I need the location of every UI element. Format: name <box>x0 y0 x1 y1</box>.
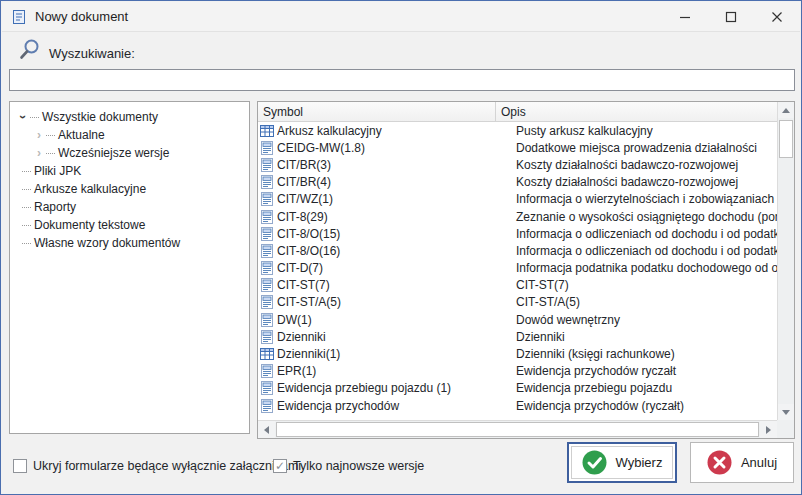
row-symbol: CIT/BR(4) <box>277 175 506 189</box>
row-symbol: CIT-ST(7) <box>277 278 506 292</box>
row-opis: Informacja o odliczeniach od dochodu i o… <box>506 227 777 241</box>
form-icon <box>260 330 274 344</box>
select-button-label: Wybierz <box>616 455 663 470</box>
tree-connector <box>22 225 31 226</box>
tree-connector <box>46 153 55 154</box>
arrow-up-icon <box>782 108 790 113</box>
table-row[interactable]: Dzienniki(1) Dzienniki (księgi rachunkow… <box>258 345 777 362</box>
table-row[interactable]: CIT-8(29) Zeznanie o wysokości osiągnięt… <box>258 208 777 225</box>
newest-versions-checkbox-row[interactable]: ✓ Tylko najnowsze wersje <box>273 459 424 473</box>
tree-connector <box>22 171 31 172</box>
newest-versions-label: Tylko najnowsze wersje <box>293 459 424 473</box>
tree-item[interactable]: › Raporty <box>10 198 249 216</box>
scroll-right-button[interactable] <box>760 421 777 438</box>
tree-item-label: Arkusze kalkulacyjne <box>34 182 146 196</box>
row-symbol: Ewidencja przychodów <box>277 399 506 413</box>
table-row[interactable]: CIT-8/O(15) Informacja o odliczeniach od… <box>258 225 777 242</box>
arrow-left-icon <box>264 426 269 434</box>
table-row[interactable]: CIT-ST/A(5) CIT-ST/A(5) <box>258 294 777 311</box>
tree-item-label: Wszystkie dokumenty <box>42 110 158 124</box>
scroll-left-button[interactable] <box>258 421 275 438</box>
form-icon <box>260 313 274 327</box>
cancel-button-label: Anuluj <box>741 455 777 470</box>
search-input[interactable] <box>9 69 795 91</box>
horizontal-scrollbar[interactable] <box>258 420 777 438</box>
close-icon <box>771 11 783 23</box>
tree-item[interactable]: › Pliki JPK <box>10 162 249 180</box>
form-icon <box>260 278 274 292</box>
chevron-icon[interactable]: › <box>18 112 28 122</box>
list-body: Arkusz kalkulacyjny Pusty arkusz kalkula… <box>258 122 777 420</box>
document-icon <box>11 9 27 25</box>
row-symbol: Dzienniki(1) <box>277 347 506 361</box>
form-icon <box>260 192 274 206</box>
tree-item-label: Aktualne <box>58 128 105 142</box>
table-row[interactable]: EPR(1) Ewidencja przychodów ryczałt <box>258 363 777 380</box>
horizontal-scroll-thumb[interactable] <box>276 422 759 437</box>
form-icon <box>260 141 274 155</box>
vertical-scroll-thumb[interactable] <box>779 120 793 158</box>
x-circle-icon <box>707 450 732 475</box>
table-row[interactable]: Ewidencja przebiegu pojazdu (1) Ewidencj… <box>258 380 777 397</box>
table-row[interactable]: CIT/BR(4) Koszty działalności badawczo-r… <box>258 174 777 191</box>
select-button[interactable]: Wybierz <box>567 442 677 483</box>
chevron-icon[interactable]: › <box>34 130 44 140</box>
hide-attachments-checkbox[interactable]: ✓ <box>13 459 27 473</box>
row-opis: Ewidencja przychodów ryczałt <box>506 364 777 378</box>
row-symbol: CIT-8(29) <box>277 210 506 224</box>
vertical-scroll-track[interactable] <box>778 118 794 404</box>
tree-item[interactable]: › Wcześniejsze wersje <box>10 144 249 162</box>
row-opis: Informacja o wierzytelnościach i zobowią… <box>506 192 777 206</box>
minimize-button[interactable] <box>662 2 708 32</box>
row-symbol: DW(1) <box>277 313 506 327</box>
title-bar[interactable]: Nowy dokument <box>2 2 800 32</box>
table-row[interactable]: CIT-8/O(16) Informacja o odliczeniach od… <box>258 242 777 259</box>
form-icon <box>260 175 274 189</box>
scroll-down-button[interactable] <box>778 404 794 420</box>
table-row[interactable]: CIT-ST(7) CIT-ST(7) <box>258 277 777 294</box>
table-row[interactable]: Arkusz kalkulacyjny Pusty arkusz kalkula… <box>258 122 777 139</box>
tree-item[interactable]: › Własne wzory dokumentów <box>10 234 249 252</box>
tree-item-label: Pliki JPK <box>34 164 81 178</box>
row-opis: Dowód wewnętrzny <box>506 313 777 327</box>
table-row[interactable]: DW(1) Dowód wewnętrzny <box>258 311 777 328</box>
row-opis: Zeznanie o wysokości osiągniętego dochod… <box>506 210 777 224</box>
chevron-icon[interactable]: › <box>34 148 44 158</box>
cancel-button[interactable]: Anuluj <box>690 442 794 483</box>
row-symbol: EPR(1) <box>277 364 506 378</box>
table-row[interactable]: CEIDG-MW(1.8) Dodatkowe miejsca prowadze… <box>258 139 777 156</box>
vertical-scrollbar[interactable] <box>777 102 794 420</box>
row-symbol: Ewidencja przebiegu pojazdu (1) <box>277 381 506 395</box>
column-header-opis[interactable]: Opis <box>496 102 777 121</box>
close-button[interactable] <box>754 2 800 32</box>
tree-item[interactable]: › Arkusze kalkulacyjne <box>10 180 249 198</box>
form-icon <box>260 261 274 275</box>
tree-item-label: Własne wzory dokumentów <box>34 236 180 250</box>
tree-item-label: Wcześniejsze wersje <box>58 146 169 160</box>
row-opis: Informacja o odliczeniach od dochodu i o… <box>506 244 777 258</box>
tree-connector <box>22 207 31 208</box>
tree-item[interactable]: › Aktualne <box>10 126 249 144</box>
tree-item[interactable]: › Wszystkie dokumenty <box>10 108 249 126</box>
form-icon <box>260 364 274 378</box>
table-row[interactable]: CIT-D(7) Informacja podatnika podatku do… <box>258 260 777 277</box>
arrow-down-icon <box>782 410 790 415</box>
row-opis: CIT-ST/A(5) <box>506 295 777 309</box>
hide-attachments-checkbox-row[interactable]: ✓ Ukryj formularze będące wyłącznie załą… <box>13 459 301 473</box>
table-row[interactable]: Dzienniki Dzienniki <box>258 328 777 345</box>
row-opis: Ewidencja przebiegu pojazdu <box>506 381 777 395</box>
horizontal-scroll-track[interactable] <box>275 421 760 438</box>
table-row[interactable]: CIT/BR(3) Koszty działalności badawczo-r… <box>258 156 777 173</box>
row-opis: CIT-ST(7) <box>506 278 777 292</box>
minimize-icon <box>679 11 691 23</box>
table-row[interactable]: CIT/WZ(1) Informacja o wierzytelnościach… <box>258 191 777 208</box>
newest-versions-checkbox[interactable]: ✓ <box>273 459 287 473</box>
document-list: Symbol Opis Arkusz kalkulacyjny Pusty ar… <box>257 101 795 439</box>
scroll-up-button[interactable] <box>778 102 794 118</box>
maximize-button[interactable] <box>708 2 754 32</box>
document-category-tree[interactable]: › Wszystkie dokumenty › Aktualne › Wcześ… <box>9 101 250 434</box>
tree-item[interactable]: › Dokumenty tekstowe <box>10 216 249 234</box>
column-header-symbol[interactable]: Symbol <box>258 102 496 121</box>
row-opis: Ewidencja przychodów (ryczałt) <box>506 399 777 413</box>
table-row[interactable]: Ewidencja przychodów Ewidencja przychodó… <box>258 397 777 414</box>
